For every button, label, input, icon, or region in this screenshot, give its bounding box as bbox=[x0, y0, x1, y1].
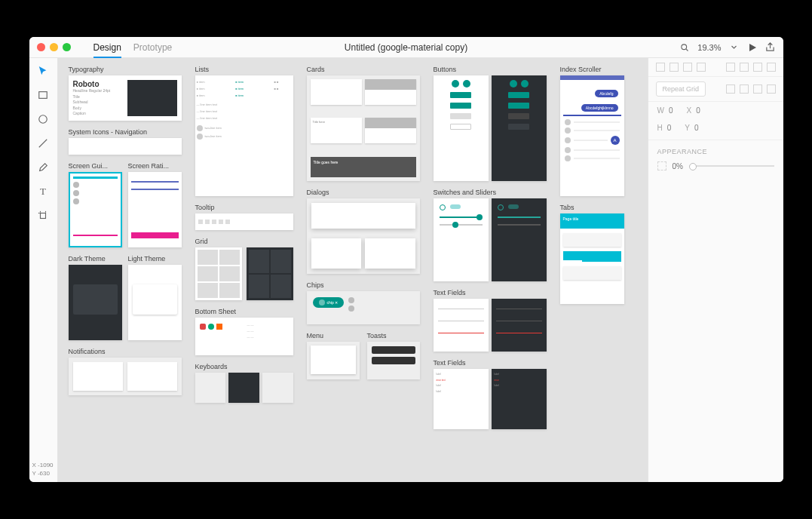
svg-point-4 bbox=[39, 115, 47, 124]
artboard-keyboard-dark[interactable] bbox=[228, 373, 259, 403]
artboard-label[interactable]: Grid bbox=[195, 238, 293, 245]
tab-prototype[interactable]: Prototype bbox=[133, 37, 172, 58]
artboard-keyboard-light[interactable] bbox=[195, 373, 226, 403]
artboard-label[interactable]: Buttons bbox=[434, 66, 547, 73]
artboard-grid-dark[interactable] bbox=[247, 247, 293, 300]
height-value[interactable]: 0 bbox=[667, 124, 672, 132]
artboard-label[interactable]: Notifications bbox=[69, 348, 182, 355]
chevron-down-icon[interactable] bbox=[729, 42, 740, 53]
artboard-label[interactable]: Cards bbox=[307, 66, 420, 73]
artboard-label[interactable]: Light Theme bbox=[128, 255, 182, 263]
artboard-chips[interactable]: chip ✕ bbox=[307, 291, 420, 324]
zoom-level[interactable]: 19.3% bbox=[697, 43, 721, 52]
opacity-icon bbox=[657, 161, 666, 170]
zoom-button[interactable] bbox=[63, 43, 71, 51]
distribute-v-icon[interactable] bbox=[740, 63, 749, 72]
artboard-label[interactable]: Screen Rati... bbox=[128, 162, 182, 170]
artboard-sysicons[interactable] bbox=[69, 138, 182, 155]
artboard-switches-light[interactable] bbox=[434, 198, 489, 281]
artboard-label[interactable]: Lists bbox=[195, 66, 293, 73]
canvas[interactable]: Typography RobotoHeadline Regular 24ptTi… bbox=[58, 58, 648, 482]
align-middle-icon[interactable] bbox=[753, 63, 762, 72]
artboard-label[interactable]: Menu bbox=[307, 332, 360, 339]
window-controls bbox=[29, 43, 71, 51]
opacity-value[interactable]: 0% bbox=[673, 162, 683, 170]
align-left-icon[interactable] bbox=[656, 63, 665, 72]
artboard-keyboard-alt[interactable] bbox=[262, 373, 293, 403]
artboard-light-theme[interactable] bbox=[128, 265, 182, 340]
artboard-label[interactable]: Chips bbox=[307, 281, 420, 289]
titlebar-right: 19.3% bbox=[679, 42, 775, 53]
artboard-notifications[interactable] bbox=[69, 358, 182, 395]
artboard-label[interactable]: Dark Theme bbox=[69, 255, 122, 263]
inspector-panel: Repeat Grid W0 X0 H0 Y0 APPEARANCE 0% bbox=[648, 58, 783, 482]
artboard-toasts[interactable] bbox=[367, 342, 420, 379]
artboard-buttons-light[interactable] bbox=[434, 75, 489, 181]
artboard-label[interactable]: Keyboards bbox=[195, 363, 293, 370]
artboard-lists[interactable]: ● item● item● item● item● item● item■ ■■… bbox=[195, 75, 293, 196]
tools-panel: T X -1090 Y -630 bbox=[29, 58, 58, 482]
align-bottom-icon[interactable] bbox=[767, 63, 776, 72]
play-icon[interactable] bbox=[747, 42, 758, 53]
artboard-label[interactable]: Tabs bbox=[560, 204, 624, 211]
artboard-typography[interactable]: RobotoHeadline Regular 24ptTitleSubheadB… bbox=[69, 75, 182, 121]
artboard-tooltip[interactable] bbox=[195, 213, 293, 230]
artboard-label[interactable]: Bottom Sheet bbox=[195, 308, 293, 315]
artboard-textfields2-light[interactable]: labelerror textlabellabel bbox=[434, 369, 489, 429]
artboard-tool[interactable] bbox=[36, 209, 50, 223]
artboard-tabs[interactable]: Page title bbox=[560, 213, 624, 304]
intersect-icon[interactable] bbox=[753, 84, 762, 94]
artboard-menu[interactable] bbox=[307, 342, 360, 379]
artboard-buttons-dark[interactable] bbox=[492, 75, 547, 181]
width-value[interactable]: 0 bbox=[669, 106, 673, 115]
text-tool[interactable]: T bbox=[36, 185, 50, 198]
artboard-grid-light[interactable] bbox=[195, 247, 242, 300]
close-button[interactable] bbox=[37, 43, 45, 51]
artboard-label[interactable]: Toasts bbox=[367, 332, 420, 339]
share-icon[interactable] bbox=[765, 42, 776, 53]
distribute-h-icon[interactable] bbox=[726, 63, 735, 72]
repeat-grid-button[interactable]: Repeat Grid bbox=[656, 81, 706, 97]
artboard-bottom-sheet[interactable]: — —— —— — bbox=[195, 318, 293, 355]
pen-tool[interactable] bbox=[36, 161, 50, 174]
titlebar: Design Prototype Untitled (google-materi… bbox=[29, 37, 783, 58]
union-icon[interactable] bbox=[726, 84, 735, 94]
artboard-label[interactable]: System Icons - Navigation bbox=[69, 128, 182, 136]
align-top-icon[interactable] bbox=[697, 63, 706, 72]
align-center-icon[interactable] bbox=[670, 63, 679, 72]
ellipse-tool[interactable] bbox=[36, 112, 50, 126]
artboard-dialogs[interactable] bbox=[307, 198, 420, 274]
opacity-slider[interactable] bbox=[689, 165, 774, 167]
artboard-label[interactable]: Screen Gui... bbox=[69, 162, 122, 170]
artboard-index-scroller[interactable]: Abcdefg Abcdefghijklmno A bbox=[560, 75, 624, 196]
line-tool[interactable] bbox=[36, 137, 50, 150]
artboard-label[interactable]: Tooltip bbox=[195, 204, 293, 211]
appearance-header: APPEARANCE bbox=[648, 140, 783, 158]
artboard-label[interactable]: Switches and Sliders bbox=[434, 189, 547, 196]
rectangle-tool[interactable] bbox=[36, 88, 50, 102]
svg-point-0 bbox=[682, 44, 687, 49]
artboard-label[interactable]: Text Fields bbox=[434, 359, 547, 367]
y-value[interactable]: 0 bbox=[694, 124, 699, 132]
x-value[interactable]: 0 bbox=[696, 106, 700, 115]
artboard-screen-ratio[interactable] bbox=[128, 172, 182, 247]
exclude-icon[interactable] bbox=[767, 84, 776, 94]
artboard-label[interactable]: Text Fields bbox=[434, 289, 547, 296]
svg-rect-6 bbox=[41, 213, 46, 219]
artboard-textfields-dark[interactable] bbox=[492, 299, 547, 352]
select-tool[interactable] bbox=[36, 64, 50, 78]
search-icon[interactable] bbox=[679, 42, 690, 53]
artboard-switches-dark[interactable] bbox=[492, 198, 547, 281]
artboard-cards[interactable]: Title here Title goes here bbox=[307, 75, 420, 181]
subtract-icon[interactable] bbox=[740, 84, 749, 94]
tab-design[interactable]: Design bbox=[93, 37, 121, 58]
align-right-icon[interactable] bbox=[683, 63, 692, 72]
artboard-textfields2-dark[interactable]: labelerrorlabel bbox=[492, 369, 547, 429]
artboard-label[interactable]: Index Scroller bbox=[560, 66, 624, 73]
artboard-dark-theme[interactable] bbox=[69, 265, 122, 340]
artboard-textfields-light[interactable] bbox=[434, 299, 489, 352]
artboard-label[interactable]: Typography bbox=[69, 66, 182, 73]
artboard-screen-guide[interactable] bbox=[69, 172, 122, 247]
minimize-button[interactable] bbox=[50, 43, 58, 51]
artboard-label[interactable]: Dialogs bbox=[307, 189, 420, 196]
